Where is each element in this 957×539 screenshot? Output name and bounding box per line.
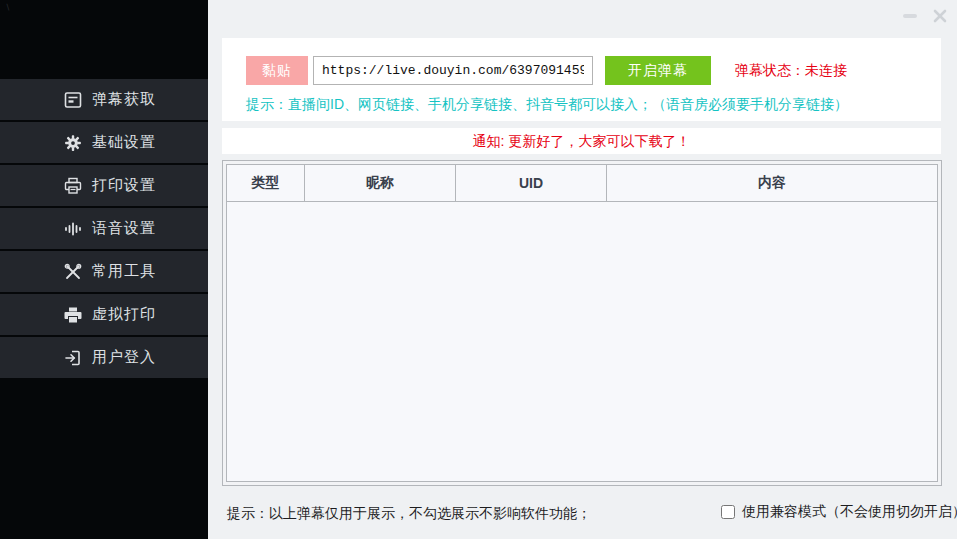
column-header-nickname: 昵称	[305, 165, 456, 201]
voice-wave-icon	[64, 220, 82, 238]
connect-hint-text: 提示：直播间ID、网页链接、手机分享链接、抖音号都可以接入；（语音房必须要手机分…	[246, 96, 848, 114]
sidebar-item-label: 弹幕获取	[92, 90, 156, 109]
danmaku-list-icon	[64, 91, 82, 109]
sidebar: ∖ 弹幕获取 基础设置 打印设置	[0, 0, 208, 539]
tools-icon	[64, 263, 82, 281]
live-url-input[interactable]	[313, 56, 593, 85]
danmaku-table-inner: 类型 昵称 UID 内容	[226, 164, 938, 482]
sidebar-item-label: 虚拟打印	[92, 305, 156, 324]
table-header-row: 类型 昵称 UID 内容	[227, 165, 937, 202]
sidebar-item-label: 基础设置	[92, 133, 156, 152]
sidebar-menu: 弹幕获取 基础设置 打印设置 语音设置	[0, 79, 208, 380]
connect-panel: 黏贴 开启弹幕 弹幕状态：未连接 提示：直播间ID、网页链接、手机分享链接、抖音…	[222, 38, 941, 121]
paste-button[interactable]: 黏贴	[246, 56, 308, 85]
compat-mode-group: 使用兼容模式（不会使用切勿开启）	[721, 503, 957, 521]
start-danmaku-button[interactable]: 开启弹幕	[605, 56, 711, 85]
close-button[interactable]	[931, 7, 949, 25]
sidebar-item-danmaku-capture[interactable]: 弹幕获取	[0, 79, 208, 120]
sidebar-item-label: 常用工具	[92, 262, 156, 281]
sidebar-item-virtual-print[interactable]: 虚拟打印	[0, 294, 208, 335]
close-icon	[931, 7, 949, 25]
notice-banner: 通知: 更新好了，大家可以下载了！	[222, 128, 941, 154]
compat-mode-checkbox[interactable]	[721, 505, 735, 519]
window-corner-mark: ∖	[5, 5, 11, 11]
column-header-content: 内容	[607, 165, 937, 201]
sidebar-item-label: 语音设置	[92, 219, 156, 238]
column-header-type: 类型	[227, 165, 305, 201]
footer-hint-text: 提示：以上弹幕仅用于展示，不勾选展示不影响软件功能；	[227, 505, 591, 523]
column-header-uid: UID	[456, 165, 607, 201]
sidebar-item-label: 用户登入	[92, 348, 156, 367]
danmaku-status-text: 弹幕状态：未连接	[735, 56, 847, 85]
danmaku-table: 类型 昵称 UID 内容	[222, 160, 942, 486]
app-window: ∖ 弹幕获取 基础设置 打印设置	[0, 0, 957, 539]
sidebar-item-basic-settings[interactable]: 基础设置	[0, 122, 208, 163]
printer-outline-icon	[64, 177, 82, 195]
sidebar-item-voice-settings[interactable]: 语音设置	[0, 208, 208, 249]
sidebar-item-label: 打印设置	[92, 176, 156, 195]
gear-icon	[64, 134, 82, 152]
table-body-empty[interactable]	[227, 202, 937, 481]
login-icon	[64, 349, 82, 367]
sidebar-item-print-settings[interactable]: 打印设置	[0, 165, 208, 206]
compat-mode-label[interactable]: 使用兼容模式（不会使用切勿开启）	[742, 503, 957, 521]
minimize-button[interactable]	[903, 14, 917, 18]
printer-filled-icon	[64, 306, 82, 324]
sidebar-item-user-login[interactable]: 用户登入	[0, 337, 208, 378]
sidebar-item-common-tools[interactable]: 常用工具	[0, 251, 208, 292]
